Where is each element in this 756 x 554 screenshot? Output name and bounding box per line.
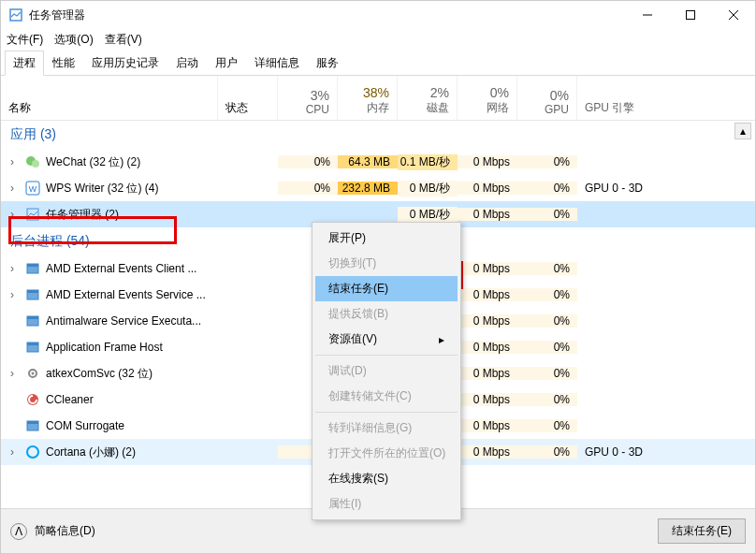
col-cpu[interactable]: 3%CPU <box>278 76 338 120</box>
context-menu-item[interactable]: 资源值(V)▸ <box>315 327 458 352</box>
cell-disk: 0 MB/秒 <box>398 207 458 223</box>
end-task-button[interactable]: 结束任务(E) <box>658 518 746 544</box>
tab-processes[interactable]: 进程 <box>5 51 44 76</box>
cell-gpu: 0% <box>517 208 577 221</box>
context-menu-item: 提供反馈(B) <box>315 301 458 327</box>
col-gpu-engine[interactable]: GPU 引擎 <box>577 76 755 120</box>
maximize-button[interactable] <box>669 1 712 29</box>
menu-view[interactable]: 查看(V) <box>105 32 142 48</box>
cell-net: 0 Mbps <box>458 155 517 168</box>
titlebar: 任务管理器 <box>1 1 755 29</box>
menu-separator <box>315 355 458 356</box>
cell-net: 0 Mbps <box>458 367 517 380</box>
svg-rect-17 <box>27 343 38 345</box>
expand-icon[interactable]: › <box>10 155 20 168</box>
context-menu-item: 创建转储文件(C) <box>315 384 458 409</box>
col-gpu-label: GPU <box>545 103 569 116</box>
process-name: AMD External Events Client ... <box>46 262 196 275</box>
grid-header: 名称 状态 3%CPU 38%内存 2%磁盘 0%网络 0%GPU GPU 引擎 <box>1 76 755 121</box>
scroll-up-button[interactable]: ▴ <box>734 123 751 139</box>
cell-cpu: 0% <box>278 182 338 195</box>
tab-details[interactable]: 详细信息 <box>246 51 308 76</box>
cell-gpu: 0% <box>517 182 577 195</box>
menu-item-label: 打开文件所在的位置(O) <box>328 445 445 461</box>
cell-gpu: 0% <box>517 419 577 432</box>
tab-services[interactable]: 服务 <box>308 51 347 76</box>
expand-icon[interactable]: › <box>10 367 20 380</box>
col-net[interactable]: 0%网络 <box>458 76 517 120</box>
cell-gpu: 0% <box>517 155 577 168</box>
cell-gpu-engine: GPU 0 - 3D <box>577 445 755 459</box>
context-menu: 展开(P)切换到(T)结束任务(E)提供反馈(B)资源值(V)▸调试(D)创建转… <box>312 222 461 520</box>
cell-gpu: 0% <box>517 314 577 328</box>
process-name: COM Surrogate <box>46 419 124 432</box>
fewer-details-button[interactable]: ᐱ 简略信息(D) <box>10 523 95 540</box>
cell-net: 0 Mbps <box>458 208 517 221</box>
col-cpu-pct: 3% <box>311 88 329 103</box>
context-menu-item[interactable]: 结束任务(E) <box>315 276 458 301</box>
cell-net: 0 Mbps <box>458 182 517 195</box>
col-status[interactable]: 状态 <box>218 76 278 120</box>
minimize-button[interactable] <box>626 1 669 29</box>
expand-icon[interactable]: › <box>10 445 20 459</box>
process-icon <box>25 366 40 381</box>
svg-rect-13 <box>27 290 38 293</box>
col-gpu[interactable]: 0%GPU <box>517 76 577 120</box>
menu-separator <box>315 412 458 413</box>
process-icon <box>25 313 40 328</box>
cell-disk: 0.1 MB/秒 <box>398 154 458 170</box>
group-apps: 应用 (3) <box>1 121 755 149</box>
cell-gpu: 0% <box>517 262 577 275</box>
expand-icon[interactable]: › <box>10 208 20 221</box>
cell-gpu: 0% <box>517 445 577 459</box>
tab-app-history[interactable]: 应用历史记录 <box>83 51 167 76</box>
context-menu-item: 调试(D) <box>315 358 458 384</box>
expand-icon[interactable]: › <box>10 288 20 301</box>
svg-point-19 <box>32 372 35 375</box>
close-button[interactable] <box>712 1 755 29</box>
cell-net: 0 Mbps <box>458 393 517 406</box>
expand-icon[interactable]: › <box>10 182 20 195</box>
menu-item-label: 切换到(T) <box>328 255 376 271</box>
process-name: Application Frame Host <box>46 341 163 354</box>
process-icon <box>25 392 40 407</box>
menu-item-label: 转到详细信息(G) <box>328 420 412 436</box>
context-menu-item: 切换到(T) <box>315 251 458 276</box>
menu-item-label: 提供反馈(B) <box>328 306 388 322</box>
col-mem-label: 内存 <box>367 100 389 116</box>
col-disk[interactable]: 2%磁盘 <box>398 76 458 120</box>
cell-net: 0 Mbps <box>458 419 517 432</box>
cell-gpu: 0% <box>517 367 577 380</box>
window-title: 任务管理器 <box>29 7 626 23</box>
tab-startup[interactable]: 启动 <box>167 51 207 76</box>
menu-item-label: 展开(P) <box>328 230 366 246</box>
menu-item-label: 在线搜索(S) <box>328 471 388 487</box>
col-name[interactable]: 名称 <box>1 76 218 120</box>
col-net-label: 网络 <box>487 100 509 116</box>
table-row[interactable]: › WeChat (32 位) (2) 0% 64.3 MB 0.1 MB/秒 … <box>1 149 755 175</box>
app-icon <box>8 7 23 22</box>
table-row[interactable]: › W WPS Writer (32 位) (4) 0% 232.8 MB 0 … <box>1 175 755 201</box>
col-net-pct: 0% <box>490 85 509 100</box>
col-gpu-pct: 0% <box>550 88 569 103</box>
cell-net: 0 Mbps <box>458 288 517 301</box>
process-name: CCleaner <box>46 393 94 406</box>
tab-performance[interactable]: 性能 <box>44 51 83 76</box>
col-mem-pct: 38% <box>363 85 389 100</box>
col-mem[interactable]: 38%内存 <box>338 76 398 120</box>
process-name: WPS Writer (32 位) (4) <box>46 181 158 197</box>
context-menu-item[interactable]: 展开(P) <box>315 226 458 251</box>
context-menu-item[interactable]: 在线搜索(S) <box>315 466 458 491</box>
cell-net: 0 Mbps <box>458 445 517 459</box>
fewer-details-label: 简略信息(D) <box>35 523 95 539</box>
chevron-up-icon: ᐱ <box>10 523 27 540</box>
menu-options[interactable]: 选项(O) <box>54 32 93 48</box>
tab-users[interactable]: 用户 <box>207 51 246 76</box>
cell-mem: 64.3 MB <box>338 155 398 168</box>
menu-file[interactable]: 文件(F) <box>7 32 43 48</box>
svg-rect-11 <box>27 264 38 267</box>
process-name: 任务管理器 (2) <box>46 207 119 223</box>
tabs: 进程 性能 应用历史记录 启动 用户 详细信息 服务 <box>1 50 755 76</box>
svg-rect-2 <box>687 11 695 20</box>
expand-icon[interactable]: › <box>10 262 20 275</box>
